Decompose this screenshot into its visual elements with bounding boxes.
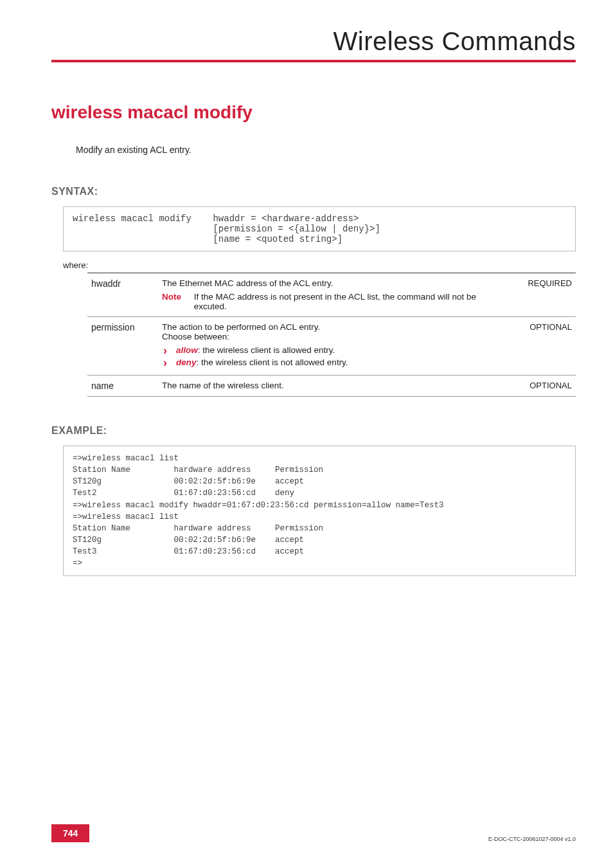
param-req: REQUIRED [511,273,576,317]
example-line: Station Name hardware address Permission [73,466,323,475]
param-req: OPTIONAL [511,317,576,375]
syntax-heading: SYNTAX: [51,186,576,197]
example-heading: EXAMPLE: [51,425,576,437]
example-line: Test2 01:67:d0:23:56:cd deny [73,489,294,498]
example-line: Test3 01:67:d0:23:56:cd accept [73,547,304,556]
param-desc: The action to be performed on ACL entry.… [158,317,511,375]
param-desc: The Ethernet MAC address of the ACL entr… [158,273,511,317]
option-key: deny [176,357,197,367]
note-text: If the MAC address is not present in the… [194,292,506,311]
doc-id: E-DOC-CTC-20061027-0004 v1.0 [488,836,576,842]
option-text: : the wireless client is allowed entry. [198,345,335,355]
example-line: =>wireless macacl list [73,512,179,521]
example-line: => [73,559,82,568]
param-desc-text: The Ethernet MAC address of the ACL entr… [162,278,508,288]
param-req: OPTIONAL [511,375,576,397]
syntax-command: wireless macacl modify [73,213,191,224]
option-key: allow [176,345,198,355]
param-table: hwaddr The Ethernet MAC address of the A… [87,273,576,397]
param-name: permission [87,317,158,375]
note-label: Note [162,292,191,302]
syntax-arg: hwaddr = <hardware-address> [213,213,359,224]
list-item: allow: the wireless client is allowed en… [162,345,508,355]
param-desc: The name of the wireless client. [158,375,511,397]
param-desc-text: Choose between: [162,332,508,341]
syntax-box: wireless macacl modify hwaddr = <hardwar… [63,206,576,251]
page-category: Wireless Commands [51,27,576,56]
example-line: =>wireless macacl list [73,454,179,463]
example-line: ST120g 00:02:2d:5f:b6:9e accept [73,536,304,545]
where-label: where: [63,260,576,270]
command-title: wireless macacl modify [51,102,576,123]
header-rule [51,60,576,62]
param-name: hwaddr [87,273,158,317]
list-item: deny: the wireless client is not allowed… [162,357,508,367]
param-name: name [87,375,158,397]
syntax-arg: [name = <quoted string>] [213,234,342,244]
footer: 744 E-DOC-CTC-20061027-0004 v1.0 [51,824,576,842]
example-box: =>wireless macacl list Station Name hard… [63,446,576,576]
syntax-arg: [permission = <{allow | deny}>] [213,224,380,234]
example-line: ST120g 00:02:2d:5f:b6:9e accept [73,477,304,486]
example-line: Station Name hardware address Permission [73,524,323,533]
table-row: hwaddr The Ethernet MAC address of the A… [87,273,576,317]
option-text: : the wireless client is not allowed ent… [197,357,348,367]
page-number-badge: 744 [51,824,89,842]
table-row: permission The action to be performed on… [87,317,576,375]
param-desc-text: The action to be performed on ACL entry. [162,322,508,332]
table-row: name The name of the wireless client. OP… [87,375,576,397]
example-line: =>wireless macacl modify hwaddr=01:67:d0… [73,501,444,510]
command-intro: Modify an existing ACL entry. [76,145,576,155]
